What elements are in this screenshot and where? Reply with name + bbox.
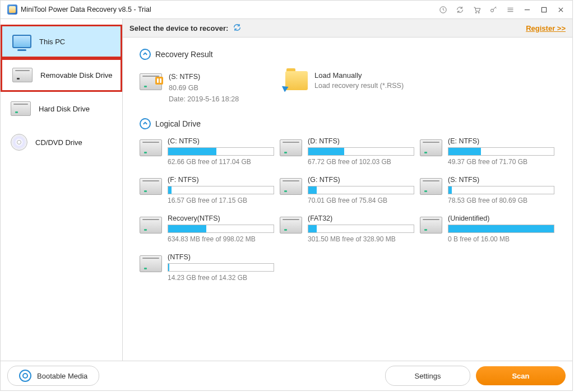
footer: Bootable Media Settings Scan (1, 361, 572, 390)
usage-bar (308, 186, 414, 194)
usage-bar (168, 147, 274, 156)
logical-section-head: Logical Drive (140, 118, 568, 129)
drive-name: (C: NTFS) (168, 137, 274, 145)
main-panel: Select the device to recover: Register >… (123, 19, 572, 361)
recovery-entry-size: 80.69 GB (169, 82, 239, 94)
usage-bar (448, 147, 554, 156)
collapse-icon[interactable] (140, 49, 151, 60)
app-icon (7, 4, 17, 15)
usage-bar (168, 186, 274, 194)
sidebar-item-hard-disk-drive[interactable]: Hard Disk Drive (1, 92, 122, 125)
drive-free-text: 14.23 GB free of 14.32 GB (168, 274, 274, 282)
drive-name: (FAT32) (308, 214, 414, 222)
drive-free-text: 70.01 GB free of 75.84 GB (308, 197, 414, 204)
svg-point-3 (490, 9, 493, 12)
drive-grid: (C: NTFS)62.66 GB free of 117.04 GB(D: N… (140, 137, 568, 282)
hdd-icon (140, 255, 162, 272)
hdd-icon (420, 217, 442, 234)
drive-item[interactable]: Recovery(NTFS)634.83 MB free of 998.02 M… (140, 214, 274, 243)
svg-point-2 (478, 12, 479, 13)
drive-item[interactable]: (FAT32)301.50 MB free of 328.90 MB (280, 214, 414, 243)
drive-free-text: 0 B free of 16.00 MB (448, 235, 554, 243)
drive-free-text: 62.66 GB free of 117.04 GB (168, 158, 274, 166)
sidebar-item-label: CD/DVD Drive (35, 138, 82, 147)
logical-section-title: Logical Drive (155, 119, 201, 128)
drive-item[interactable]: (F: NTFS)16.57 GB free of 17.15 GB (140, 176, 274, 204)
usb-hdd-icon (12, 68, 33, 82)
cd-icon (11, 134, 27, 151)
drive-free-text: 301.50 MB free of 328.90 MB (308, 235, 414, 243)
bootable-label: Bootable Media (37, 372, 87, 380)
sidebar-item-label: Hard Disk Drive (39, 105, 90, 113)
usage-bar (308, 225, 414, 233)
updates-icon[interactable] (451, 1, 468, 18)
recovery-entry-name: (S: NTFS) (169, 71, 239, 82)
scan-button[interactable]: Scan (476, 366, 566, 385)
load-manually-item[interactable]: Load Manually Load recovery result (*.RS… (285, 68, 407, 108)
hdd-icon (280, 217, 302, 234)
hdd-icon (140, 217, 162, 234)
sidebar: This PCRemovable Disk DriveHard Disk Dri… (1, 19, 123, 361)
load-subtitle: Load recovery result (*.RSS) (314, 82, 404, 90)
disc-icon (19, 370, 31, 382)
drive-item[interactable]: (G: NTFS)70.01 GB free of 75.84 GB (280, 176, 414, 204)
drive-name: (Unidentified) (448, 214, 554, 222)
drive-free-text: 16.57 GB free of 17.15 GB (168, 197, 274, 204)
history-icon[interactable] (434, 1, 451, 18)
hdd-icon (140, 139, 162, 156)
minimize-button[interactable] (519, 1, 535, 18)
hdd-icon (140, 178, 162, 195)
content-area: Recovery Result (S: NTFS) 80.69 GB Date:… (123, 38, 572, 361)
drive-item[interactable]: (S: NTFS)78.53 GB free of 80.69 GB (420, 176, 554, 204)
settings-label: Settings (415, 372, 441, 380)
drive-free-text: 49.37 GB free of 71.70 GB (448, 158, 554, 166)
monitor-icon (12, 35, 31, 48)
titlebar: MiniTool Power Data Recovery v8.5 - Tria… (1, 1, 572, 19)
menu-icon[interactable] (502, 1, 519, 18)
app-title: MiniTool Power Data Recovery v8.5 - Tria… (21, 6, 151, 13)
settings-button[interactable]: Settings (385, 366, 470, 386)
usage-bar (448, 225, 554, 233)
hdd-icon (420, 139, 442, 156)
hdd-icon (280, 139, 302, 156)
usage-bar (448, 186, 554, 194)
usage-bar (308, 147, 414, 156)
recovery-result-item[interactable]: (S: NTFS) 80.69 GB Date: 2019-5-16 18:28 (140, 68, 272, 108)
drive-name: (G: NTFS) (308, 176, 414, 184)
sidebar-item-label: Removable Disk Drive (40, 71, 113, 80)
hdd-icon (420, 178, 442, 195)
register-link[interactable]: Register >> (526, 24, 566, 32)
drive-free-text: 634.83 MB free of 998.02 MB (168, 235, 274, 243)
drive-item[interactable]: (NTFS)14.23 GB free of 14.32 GB (140, 253, 274, 282)
collapse-icon[interactable] (140, 118, 151, 129)
app-window: MiniTool Power Data Recovery v8.5 - Tria… (0, 0, 573, 391)
folder-arrow-icon (285, 71, 308, 90)
drive-name: (D: NTFS) (308, 137, 414, 145)
drive-item[interactable]: (C: NTFS)62.66 GB free of 117.04 GB (140, 137, 274, 166)
scan-label: Scan (512, 372, 529, 380)
drive-item[interactable]: (E: NTFS)49.37 GB free of 71.70 GB (420, 137, 554, 166)
maximize-button[interactable] (535, 1, 552, 18)
recovery-section-head: Recovery Result (140, 49, 568, 60)
drive-name: Recovery(NTFS) (168, 214, 274, 222)
refresh-icon[interactable] (233, 23, 242, 34)
device-header: Select the device to recover: Register >… (123, 19, 572, 38)
svg-rect-4 (541, 7, 546, 12)
hdd-icon (280, 178, 302, 195)
drive-item[interactable]: (Unidentified)0 B free of 16.00 MB (420, 214, 554, 243)
sidebar-item-removable-disk-drive[interactable]: Removable Disk Drive (1, 58, 122, 92)
key-icon[interactable] (485, 1, 502, 18)
drive-paused-icon (140, 73, 162, 90)
drive-free-text: 78.53 GB free of 80.69 GB (448, 197, 554, 204)
cart-icon[interactable] (468, 1, 485, 18)
recovery-entry-date: Date: 2019-5-16 18:28 (169, 94, 239, 105)
sidebar-item-this-pc[interactable]: This PC (1, 25, 122, 58)
hdd-icon (11, 101, 31, 116)
bootable-media-button[interactable]: Bootable Media (7, 366, 99, 386)
usage-bar (168, 263, 274, 272)
close-button[interactable] (552, 1, 569, 18)
device-prompt: Select the device to recover: (129, 24, 228, 32)
drive-name: (F: NTFS) (168, 176, 274, 184)
drive-item[interactable]: (D: NTFS)67.72 GB free of 102.03 GB (280, 137, 414, 166)
sidebar-item-cd-dvd-drive[interactable]: CD/DVD Drive (1, 125, 122, 159)
